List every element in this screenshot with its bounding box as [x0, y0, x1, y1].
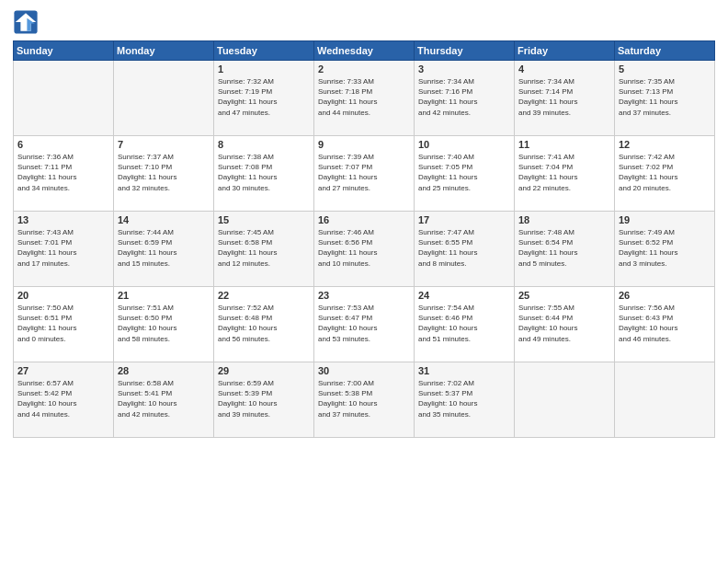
cell-info: Sunrise: 6:58 AM Sunset: 5:41 PM Dayligh…	[118, 378, 210, 419]
calendar-week-row: 20Sunrise: 7:50 AM Sunset: 6:51 PM Dayli…	[14, 287, 715, 362]
calendar-cell	[615, 362, 715, 438]
cell-info: Sunrise: 7:36 AM Sunset: 7:11 PM Dayligh…	[17, 152, 109, 193]
cell-info: Sunrise: 7:02 AM Sunset: 5:37 PM Dayligh…	[418, 378, 510, 419]
day-number: 19	[619, 214, 711, 225]
calendar: SundayMondayTuesdayWednesdayThursdayFrid…	[13, 40, 715, 438]
logo	[13, 9, 42, 35]
cell-info: Sunrise: 7:56 AM Sunset: 6:43 PM Dayligh…	[619, 303, 711, 344]
cell-info: Sunrise: 7:32 AM Sunset: 7:19 PM Dayligh…	[218, 76, 310, 118]
calendar-cell: 26Sunrise: 7:56 AM Sunset: 6:43 PM Dayli…	[615, 287, 715, 362]
cell-info: Sunrise: 7:38 AM Sunset: 7:08 PM Dayligh…	[218, 152, 310, 193]
calendar-cell	[114, 61, 214, 136]
calendar-cell: 30Sunrise: 7:00 AM Sunset: 5:38 PM Dayli…	[314, 362, 415, 438]
day-number: 18	[518, 214, 610, 225]
weekday-header: Saturday	[615, 41, 715, 61]
calendar-cell: 27Sunrise: 6:57 AM Sunset: 5:42 PM Dayli…	[14, 362, 114, 438]
calendar-cell: 23Sunrise: 7:53 AM Sunset: 6:47 PM Dayli…	[314, 287, 415, 362]
day-number: 25	[518, 290, 610, 301]
cell-info: Sunrise: 7:45 AM Sunset: 6:58 PM Dayligh…	[218, 227, 310, 269]
day-number: 6	[17, 139, 109, 150]
cell-info: Sunrise: 7:35 AM Sunset: 7:13 PM Dayligh…	[619, 76, 711, 118]
day-number: 15	[218, 214, 310, 225]
calendar-week-row: 27Sunrise: 6:57 AM Sunset: 5:42 PM Dayli…	[14, 362, 715, 438]
cell-info: Sunrise: 7:42 AM Sunset: 7:02 PM Dayligh…	[619, 152, 711, 193]
calendar-cell: 5Sunrise: 7:35 AM Sunset: 7:13 PM Daylig…	[615, 61, 715, 136]
calendar-cell: 28Sunrise: 6:58 AM Sunset: 5:41 PM Dayli…	[114, 362, 214, 438]
cell-info: Sunrise: 6:57 AM Sunset: 5:42 PM Dayligh…	[17, 378, 109, 419]
weekday-header: Sunday	[14, 41, 114, 61]
day-number: 14	[118, 214, 210, 225]
cell-info: Sunrise: 7:39 AM Sunset: 7:07 PM Dayligh…	[318, 152, 410, 193]
calendar-cell: 10Sunrise: 7:40 AM Sunset: 7:05 PM Dayli…	[415, 136, 515, 212]
day-number: 24	[418, 290, 510, 301]
cell-info: Sunrise: 7:50 AM Sunset: 6:51 PM Dayligh…	[17, 303, 109, 344]
cell-info: Sunrise: 7:37 AM Sunset: 7:10 PM Dayligh…	[118, 152, 210, 193]
calendar-cell: 14Sunrise: 7:44 AM Sunset: 6:59 PM Dayli…	[114, 212, 214, 287]
calendar-cell: 19Sunrise: 7:49 AM Sunset: 6:52 PM Dayli…	[615, 212, 715, 287]
cell-info: Sunrise: 7:53 AM Sunset: 6:47 PM Dayligh…	[318, 303, 410, 344]
calendar-cell	[14, 61, 114, 136]
cell-info: Sunrise: 7:46 AM Sunset: 6:56 PM Dayligh…	[318, 227, 410, 269]
calendar-cell: 17Sunrise: 7:47 AM Sunset: 6:55 PM Dayli…	[415, 212, 515, 287]
cell-info: Sunrise: 7:44 AM Sunset: 6:59 PM Dayligh…	[118, 227, 210, 269]
calendar-cell: 9Sunrise: 7:39 AM Sunset: 7:07 PM Daylig…	[314, 136, 415, 212]
day-number: 22	[218, 290, 310, 301]
calendar-cell: 1Sunrise: 7:32 AM Sunset: 7:19 PM Daylig…	[214, 61, 314, 136]
day-number: 12	[619, 139, 711, 150]
calendar-cell: 24Sunrise: 7:54 AM Sunset: 6:46 PM Dayli…	[415, 287, 515, 362]
calendar-cell: 4Sunrise: 7:34 AM Sunset: 7:14 PM Daylig…	[515, 61, 615, 136]
cell-info: Sunrise: 7:52 AM Sunset: 6:48 PM Dayligh…	[218, 303, 310, 344]
day-number: 7	[118, 139, 210, 150]
calendar-cell: 6Sunrise: 7:36 AM Sunset: 7:11 PM Daylig…	[14, 136, 114, 212]
weekday-header: Wednesday	[314, 41, 415, 61]
calendar-cell: 11Sunrise: 7:41 AM Sunset: 7:04 PM Dayli…	[515, 136, 615, 212]
cell-info: Sunrise: 7:33 AM Sunset: 7:18 PM Dayligh…	[318, 76, 410, 118]
day-number: 28	[118, 365, 210, 376]
weekday-header: Thursday	[415, 41, 515, 61]
calendar-cell	[515, 362, 615, 438]
calendar-cell: 12Sunrise: 7:42 AM Sunset: 7:02 PM Dayli…	[615, 136, 715, 212]
day-number: 31	[418, 365, 510, 376]
calendar-cell: 2Sunrise: 7:33 AM Sunset: 7:18 PM Daylig…	[314, 61, 415, 136]
calendar-cell: 8Sunrise: 7:38 AM Sunset: 7:08 PM Daylig…	[214, 136, 314, 212]
calendar-cell: 18Sunrise: 7:48 AM Sunset: 6:54 PM Dayli…	[515, 212, 615, 287]
cell-info: Sunrise: 7:47 AM Sunset: 6:55 PM Dayligh…	[418, 227, 510, 269]
calendar-cell: 20Sunrise: 7:50 AM Sunset: 6:51 PM Dayli…	[14, 287, 114, 362]
day-number: 21	[118, 290, 210, 301]
calendar-cell: 16Sunrise: 7:46 AM Sunset: 6:56 PM Dayli…	[314, 212, 415, 287]
day-number: 26	[619, 290, 711, 301]
cell-info: Sunrise: 7:55 AM Sunset: 6:44 PM Dayligh…	[518, 303, 610, 344]
day-number: 30	[318, 365, 410, 376]
cell-info: Sunrise: 7:43 AM Sunset: 7:01 PM Dayligh…	[17, 227, 109, 269]
day-number: 13	[17, 214, 109, 225]
calendar-cell: 31Sunrise: 7:02 AM Sunset: 5:37 PM Dayli…	[415, 362, 515, 438]
day-number: 4	[518, 63, 610, 75]
day-number: 20	[17, 290, 109, 301]
day-number: 2	[318, 63, 410, 75]
page: SundayMondayTuesdayWednesdayThursdayFrid…	[0, 0, 728, 563]
cell-info: Sunrise: 6:59 AM Sunset: 5:39 PM Dayligh…	[218, 378, 310, 419]
cell-info: Sunrise: 7:34 AM Sunset: 7:14 PM Dayligh…	[518, 76, 610, 118]
day-number: 16	[318, 214, 410, 225]
cell-info: Sunrise: 7:40 AM Sunset: 7:05 PM Dayligh…	[418, 152, 510, 193]
cell-info: Sunrise: 7:48 AM Sunset: 6:54 PM Dayligh…	[518, 227, 610, 269]
weekday-header-row: SundayMondayTuesdayWednesdayThursdayFrid…	[14, 41, 715, 61]
day-number: 17	[418, 214, 510, 225]
cell-info: Sunrise: 7:34 AM Sunset: 7:16 PM Dayligh…	[418, 76, 510, 118]
day-number: 5	[619, 63, 711, 75]
weekday-header: Friday	[515, 41, 615, 61]
cell-info: Sunrise: 7:41 AM Sunset: 7:04 PM Dayligh…	[518, 152, 610, 193]
generalblue-icon	[13, 9, 39, 35]
cell-info: Sunrise: 7:00 AM Sunset: 5:38 PM Dayligh…	[318, 378, 410, 419]
day-number: 1	[218, 63, 310, 75]
cell-info: Sunrise: 7:54 AM Sunset: 6:46 PM Dayligh…	[418, 303, 510, 344]
calendar-cell: 25Sunrise: 7:55 AM Sunset: 6:44 PM Dayli…	[515, 287, 615, 362]
day-number: 8	[218, 139, 310, 150]
day-number: 10	[418, 139, 510, 150]
calendar-week-row: 6Sunrise: 7:36 AM Sunset: 7:11 PM Daylig…	[14, 136, 715, 212]
calendar-cell: 15Sunrise: 7:45 AM Sunset: 6:58 PM Dayli…	[214, 212, 314, 287]
weekday-header: Tuesday	[214, 41, 314, 61]
calendar-cell: 13Sunrise: 7:43 AM Sunset: 7:01 PM Dayli…	[14, 212, 114, 287]
calendar-cell: 29Sunrise: 6:59 AM Sunset: 5:39 PM Dayli…	[214, 362, 314, 438]
cell-info: Sunrise: 7:49 AM Sunset: 6:52 PM Dayligh…	[619, 227, 711, 269]
